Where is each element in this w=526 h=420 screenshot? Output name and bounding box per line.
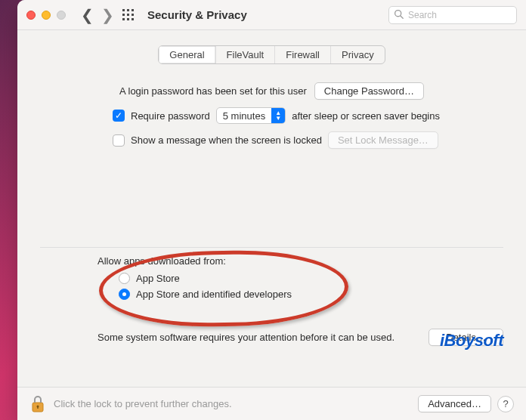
svg-rect-0 [122,9,125,11]
search-icon [394,8,404,22]
nav-arrows: ❮ ❯ [81,8,114,23]
lock-text: Click the lock to prevent further change… [54,398,232,409]
tab-firewall[interactable]: Firewall [274,46,330,63]
titlebar: ❮ ❯ Security & Privacy [17,0,526,30]
tabs-container: General FileVault Firewall Privacy [40,45,503,64]
require-password-label: Require password [131,110,210,122]
require-password-suffix: after sleep or screen saver begins [292,110,440,122]
watermark-logo: iBoysoft [440,331,503,351]
require-password-checkbox[interactable]: ✓ [113,110,125,122]
section-divider [40,247,503,248]
set-lock-message-button: Set Lock Message… [328,131,438,149]
radio-identified-devs-label: App Store and identified developers [136,289,292,300]
require-password-delay-select[interactable]: 5 minutes ▲▼ [216,107,286,124]
tab-privacy[interactable]: Privacy [330,46,385,63]
content-area: General FileVault Firewall Privacy A log… [17,30,526,387]
minimize-window-button[interactable] [42,11,51,20]
allow-apps-section: Allow apps downloaded from: App Store Ap… [40,255,503,346]
radio-identified-devs[interactable] [119,289,130,300]
svg-rect-6 [122,18,125,20]
login-password-row: A login password has been set for this u… [40,82,503,100]
allow-option-identified-devs[interactable]: App Store and identified developers [119,289,503,300]
attention-text: Some system software requires your atten… [97,332,394,343]
search-field[interactable] [388,6,517,24]
svg-rect-3 [122,14,125,16]
close-window-button[interactable] [26,11,36,20]
require-password-row: ✓ Require password 5 minutes ▲▼ after sl… [113,107,503,124]
select-stepper-icon: ▲▼ [271,108,285,123]
lock-icon[interactable] [29,394,46,414]
advanced-button[interactable]: Advanced… [418,395,491,412]
tab-filevault[interactable]: FileVault [215,46,275,63]
preferences-window: ❮ ❯ Security & Privacy [17,0,526,420]
show-all-icon[interactable] [122,8,135,22]
svg-line-10 [401,15,403,17]
footer: Click the lock to prevent further change… [17,387,526,420]
svg-rect-7 [127,18,129,20]
require-password-delay-value: 5 minutes [223,110,265,122]
window-title: Security & Privacy [147,8,247,21]
attention-row: Some system software requires your atten… [40,329,503,346]
help-button[interactable]: ? [497,396,514,412]
tab-general[interactable]: General [159,46,215,63]
radio-app-store-label: App Store [136,273,180,284]
forward-button: ❯ [101,8,114,23]
change-password-button[interactable]: Change Password… [314,82,424,100]
window-controls [26,11,66,20]
svg-rect-8 [132,18,134,20]
allow-option-app-store[interactable]: App Store [119,273,503,284]
allow-apps-title: Allow apps downloaded from: [97,255,503,267]
radio-app-store[interactable] [119,273,130,284]
login-password-text: A login password has been set for this u… [119,85,307,97]
svg-rect-4 [127,14,129,16]
tab-bar: General FileVault Firewall Privacy [158,45,385,64]
zoom-window-button [57,11,66,20]
show-message-row: Show a message when the screen is locked… [113,131,503,149]
show-message-checkbox[interactable] [113,134,125,147]
show-message-label: Show a message when the screen is locked [131,134,322,146]
svg-rect-1 [127,9,129,11]
back-button[interactable]: ❮ [81,8,94,23]
svg-rect-2 [132,9,134,11]
svg-rect-13 [37,406,38,409]
general-section: A login password has been set for this u… [40,82,503,156]
svg-rect-5 [132,14,134,16]
search-input[interactable] [408,10,512,20]
